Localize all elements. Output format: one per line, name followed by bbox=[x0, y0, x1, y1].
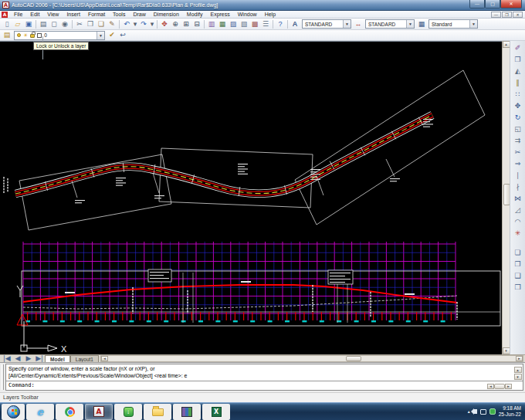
layer-previous-button[interactable]: ↩ bbox=[117, 30, 128, 40]
copy-button[interactable]: ❐ bbox=[85, 19, 96, 29]
maximize-button[interactable]: ▢ bbox=[485, 0, 500, 8]
chevron-down-icon[interactable]: ▼ bbox=[469, 20, 477, 28]
taskbar-explorer-button[interactable] bbox=[144, 404, 171, 420]
markup-set-manager-button[interactable]: ▩ bbox=[249, 19, 260, 29]
menu-item[interactable]: Draw bbox=[129, 11, 149, 19]
plot-button[interactable]: ▤ bbox=[38, 19, 49, 29]
help-button[interactable]: ? bbox=[275, 19, 286, 29]
menu-item[interactable]: File bbox=[10, 11, 26, 19]
menu-item[interactable]: View bbox=[43, 11, 63, 19]
undo-button[interactable]: ↶ bbox=[121, 19, 132, 29]
taskbar-internet-explorer-button[interactable]: e bbox=[26, 404, 54, 420]
scroll-down-button[interactable]: ▼ bbox=[514, 374, 522, 380]
command-prompt[interactable]: Command: bbox=[6, 381, 523, 390]
zoom-realtime-button[interactable]: ⊕ bbox=[170, 19, 181, 29]
chevron-down-icon[interactable]: ▼ bbox=[406, 20, 414, 28]
zoom-previous-button[interactable]: ⊟ bbox=[191, 19, 202, 29]
menu-item[interactable]: Edit bbox=[26, 11, 43, 19]
idm-tray-icon[interactable] bbox=[489, 408, 496, 415]
bring-above-button[interactable]: ❑ bbox=[512, 270, 524, 282]
command-text-area[interactable]: Specify corner of window, enter a scale … bbox=[5, 364, 523, 391]
taskbar-start-button[interactable] bbox=[2, 404, 25, 420]
child-close-button[interactable]: ✕ bbox=[513, 12, 523, 18]
menu-item[interactable]: Dimension bbox=[150, 11, 183, 19]
copy-object-button[interactable]: ❐ bbox=[512, 54, 524, 66]
fillet-button[interactable]: ◠ bbox=[512, 216, 524, 228]
text-style-combo[interactable]: STANDARD ▼ bbox=[302, 19, 351, 29]
tab-layout1[interactable]: Layout1 bbox=[70, 355, 99, 363]
dim-style-button[interactable]: ↔ bbox=[353, 19, 364, 29]
publish-button[interactable]: ◉ bbox=[59, 19, 70, 29]
array-button[interactable]: ∷ bbox=[512, 89, 524, 100]
join-button[interactable]: ⋈ bbox=[512, 193, 524, 205]
bring-to-front-button[interactable]: ❏ bbox=[512, 247, 524, 259]
tool-palettes-button[interactable]: ▨ bbox=[228, 19, 239, 29]
extend-button[interactable]: ⇒ bbox=[512, 158, 524, 170]
drawing-hscrollbar[interactable]: ◄ ► bbox=[100, 355, 523, 362]
command-window-grip[interactable] bbox=[2, 364, 4, 390]
menu-item[interactable]: Format bbox=[84, 11, 109, 19]
menu-item[interactable]: Modify bbox=[183, 11, 207, 19]
scroll-right-button[interactable]: ► bbox=[505, 384, 512, 389]
chamfer-button[interactable]: ◿ bbox=[512, 205, 524, 216]
menu-item[interactable]: Window bbox=[234, 11, 261, 19]
taskbar-clock[interactable]: 9:18 AM 25-Jun-22 bbox=[499, 405, 521, 418]
redo-button[interactable]: ↷ bbox=[138, 19, 149, 29]
minimize-button[interactable]: — bbox=[469, 0, 485, 8]
undo-dropdown-button[interactable]: ▾ bbox=[132, 19, 138, 29]
taskbar-autocad-button[interactable]: A bbox=[85, 404, 113, 420]
text-style-button[interactable]: A bbox=[290, 19, 300, 29]
pan-realtime-button[interactable]: ✥ bbox=[159, 19, 170, 29]
quickcalc-button[interactable]: ☰ bbox=[260, 19, 271, 29]
erase-button[interactable]: ✐ bbox=[512, 42, 524, 54]
sheet-set-manager-button[interactable]: ▧ bbox=[239, 19, 249, 29]
command-vscrollbar[interactable]: ▲ ▼ bbox=[513, 367, 522, 380]
hscroll-thumb[interactable] bbox=[346, 356, 361, 361]
make-object-layer-current-button[interactable]: ✔ bbox=[107, 30, 117, 40]
menu-item[interactable]: Tools bbox=[109, 11, 129, 19]
chevron-down-icon[interactable]: ▼ bbox=[97, 32, 104, 39]
offset-button[interactable]: ∥ bbox=[512, 77, 524, 89]
send-under-button[interactable]: ❒ bbox=[512, 282, 524, 293]
paste-button[interactable]: ❏ bbox=[96, 19, 107, 29]
break-at-point-button[interactable]: ∣ bbox=[512, 170, 524, 181]
taskbar-excel-button[interactable]: X bbox=[202, 404, 230, 420]
layer-combo[interactable]: ☀ 0 ▼ bbox=[14, 31, 105, 40]
hscroll-thumb[interactable] bbox=[494, 384, 505, 389]
chevron-down-icon[interactable]: ▼ bbox=[343, 20, 351, 28]
trim-button[interactable]: ✂ bbox=[512, 147, 524, 158]
match-properties-button[interactable]: ✎ bbox=[107, 19, 117, 29]
scroll-left-button[interactable]: ◄ bbox=[101, 356, 108, 361]
menu-item[interactable]: Help bbox=[261, 11, 279, 19]
table-style-button[interactable]: ▦ bbox=[416, 19, 427, 29]
explode-button[interactable]: ✳ bbox=[512, 228, 524, 239]
action-center-icon[interactable] bbox=[480, 409, 486, 415]
cut-button[interactable]: ✂ bbox=[74, 19, 85, 29]
scroll-down-button[interactable]: ▼ bbox=[503, 347, 510, 354]
table-style-combo[interactable]: Standard ▼ bbox=[428, 19, 478, 29]
save-button[interactable]: ▣ bbox=[23, 19, 34, 29]
break-button[interactable]: ∤ bbox=[512, 181, 524, 193]
scroll-up-button[interactable]: ▲ bbox=[503, 41, 510, 48]
redo-dropdown-button[interactable]: ▾ bbox=[149, 19, 155, 29]
scroll-right-button[interactable]: ► bbox=[516, 356, 523, 361]
menu-item[interactable]: Insert bbox=[63, 11, 84, 19]
volume-icon[interactable] bbox=[474, 409, 477, 414]
scale-button[interactable]: ◱ bbox=[512, 124, 524, 135]
drawing-vscrollbar[interactable]: ▲ ▼ bbox=[502, 41, 510, 354]
layer-color-swatch[interactable] bbox=[37, 33, 42, 38]
new-button[interactable]: ▯ bbox=[2, 19, 12, 29]
dim-style-combo[interactable]: STANDARD ▼ bbox=[365, 19, 415, 29]
taskbar-winrar-button[interactable] bbox=[173, 404, 201, 420]
drawing-canvas[interactable]: X bbox=[0, 41, 502, 354]
layer-lock-icon[interactable] bbox=[30, 34, 35, 38]
stretch-button[interactable]: ⇉ bbox=[512, 135, 524, 147]
taskbar-idm-button[interactable]: ↓ bbox=[114, 404, 142, 420]
child-minimize-button[interactable]: — bbox=[491, 12, 501, 18]
plot-preview-button[interactable]: ◻ bbox=[49, 19, 59, 29]
tab-model[interactable]: Model bbox=[45, 355, 70, 363]
layer-freeze-icon[interactable]: ☀ bbox=[23, 32, 28, 39]
scroll-left-button[interactable]: ◄ bbox=[487, 384, 494, 389]
command-hscrollbar[interactable]: ◄ ► bbox=[487, 384, 512, 389]
mirror-button[interactable]: ◭ bbox=[512, 66, 524, 77]
